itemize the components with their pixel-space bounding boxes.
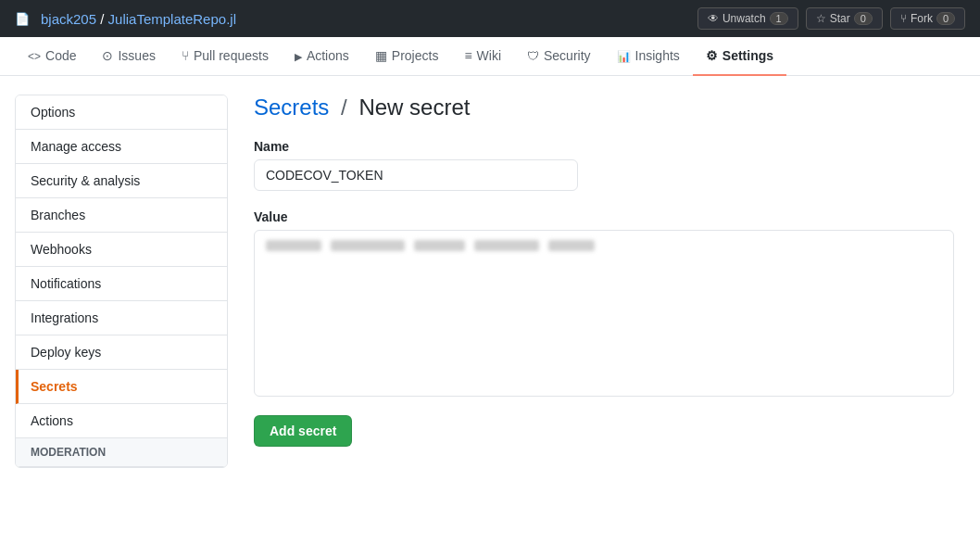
- blurred-content: [255, 231, 953, 260]
- repo-icon: [15, 11, 30, 26]
- sidebar-item-actions[interactable]: Actions: [16, 404, 227, 438]
- value-field-group: Value: [254, 209, 965, 397]
- tab-settings[interactable]: Settings: [693, 37, 786, 76]
- settings-sidebar: Options Manage access Security & analysi…: [15, 95, 228, 468]
- name-field-group: Name: [254, 139, 965, 191]
- tab-insights[interactable]: Insights: [604, 37, 693, 76]
- projects-icon: [375, 48, 387, 63]
- repo-actions: Unwatch 1 Star 0 Fork 0: [697, 7, 965, 30]
- actions-icon: [295, 48, 302, 63]
- sidebar-item-integrations[interactable]: Integrations: [16, 301, 227, 335]
- star-count: 0: [854, 12, 873, 25]
- wiki-icon: [464, 48, 471, 63]
- settings-icon: [706, 48, 718, 63]
- sidebar-item-manage-access[interactable]: Manage access: [16, 130, 227, 164]
- unwatch-label: Unwatch: [722, 12, 766, 25]
- fork-icon: [900, 12, 907, 25]
- fork-label: Fork: [911, 12, 933, 25]
- sidebar-item-branches[interactable]: Branches: [16, 198, 227, 233]
- blur-block-2: [331, 240, 405, 251]
- content-area: Secrets / New secret Name Value Add secr…: [228, 95, 965, 468]
- repo-link[interactable]: JuliaTemplateRepo.jl: [108, 11, 236, 27]
- code-icon: [28, 48, 41, 63]
- blur-block-3: [414, 240, 465, 251]
- fork-button[interactable]: Fork 0: [890, 7, 965, 30]
- breadcrumb-link[interactable]: Secrets: [254, 95, 329, 120]
- sidebar-item-notifications[interactable]: Notifications: [16, 267, 227, 301]
- issues-icon: [102, 48, 113, 63]
- tab-wiki[interactable]: Wiki: [451, 37, 514, 76]
- repo-tabs: Code Issues Pull requests Actions Projec…: [0, 37, 980, 76]
- tab-actions[interactable]: Actions: [282, 37, 362, 76]
- star-label: Star: [830, 12, 850, 25]
- repo-title: bjack205 / JuliaTemplateRepo.jl: [41, 11, 236, 27]
- blur-block-4: [474, 240, 539, 251]
- blur-block-1: [266, 240, 321, 251]
- sidebar-item-security-analysis[interactable]: Security & analysis: [16, 164, 227, 198]
- sidebar-item-webhooks[interactable]: Webhooks: [16, 233, 227, 267]
- name-label: Name: [254, 139, 965, 154]
- tab-security[interactable]: Security: [514, 37, 604, 76]
- sidebar-item-deploy-keys[interactable]: Deploy keys: [16, 335, 227, 370]
- tab-pull-requests[interactable]: Pull requests: [169, 37, 282, 76]
- star-button[interactable]: Star 0: [806, 7, 883, 30]
- value-label: Value: [254, 209, 965, 224]
- owner-link[interactable]: bjack205: [41, 11, 96, 27]
- value-textarea-container[interactable]: [254, 230, 954, 397]
- insights-icon: [617, 48, 631, 63]
- sidebar-moderation-section: Moderation: [16, 438, 227, 467]
- top-navbar: bjack205 / JuliaTemplateRepo.jl Unwatch …: [0, 0, 980, 37]
- add-secret-button[interactable]: Add secret: [254, 415, 352, 447]
- star-icon: [816, 12, 826, 25]
- pr-icon: [182, 48, 189, 63]
- unwatch-count: 1: [770, 12, 788, 25]
- sidebar-item-secrets[interactable]: Secrets: [16, 370, 227, 404]
- sidebar-item-options[interactable]: Options: [16, 95, 227, 130]
- tab-code[interactable]: Code: [15, 37, 89, 76]
- breadcrumb-separator: /: [341, 95, 353, 120]
- unwatch-button[interactable]: Unwatch 1: [697, 7, 798, 30]
- tab-projects[interactable]: Projects: [362, 37, 452, 76]
- name-input[interactable]: [254, 159, 578, 191]
- page-subtitle: New secret: [358, 95, 470, 120]
- fork-count: 0: [936, 12, 955, 25]
- main-layout: Options Manage access Security & analysi…: [0, 76, 980, 487]
- eye-icon: [708, 12, 719, 25]
- blur-block-5: [548, 240, 595, 251]
- tab-issues[interactable]: Issues: [89, 37, 168, 76]
- security-icon: [527, 48, 539, 63]
- title-separator: /: [100, 11, 104, 27]
- page-title: Secrets / New secret: [254, 95, 965, 120]
